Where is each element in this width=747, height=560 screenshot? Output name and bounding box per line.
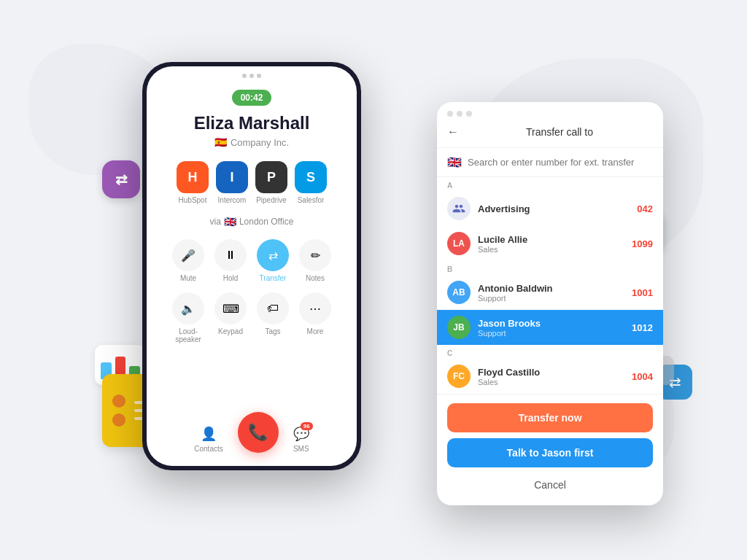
avatar-advertising <box>447 197 471 220</box>
panel-title: Transfer call to <box>466 126 653 138</box>
hangup-button[interactable]: 📞 <box>238 412 279 453</box>
sms-action[interactable]: 💬 96 SMS <box>293 426 309 453</box>
office-flag: 🇬🇧 <box>224 216 236 228</box>
app-hubspot[interactable]: H HubSpot <box>177 161 209 204</box>
bottom-actions-bar: 👤 Contacts 📞 💬 96 SMS <box>160 412 344 453</box>
keypad-label: Keypad <box>218 327 243 335</box>
loudspeaker-button[interactable]: 🔈 Loud-speaker <box>172 292 204 343</box>
contact-list: A Advertising 042 LA Lucile Allie Sales … <box>437 177 663 394</box>
avatar-antonio: AB <box>447 281 471 304</box>
panel-window-controls <box>437 102 663 121</box>
section-label-a: A <box>437 177 663 191</box>
floyd-ext: 1004 <box>632 371 653 382</box>
hold-button[interactable]: ⏸ Hold <box>214 239 247 282</box>
caller-company: 🇪🇸 Company Inc. <box>214 136 289 148</box>
salesforce-label: Salesfor <box>298 196 325 204</box>
keypad-icon: ⌨ <box>214 292 247 324</box>
talk-jason-first-button[interactable]: Talk to Jason first <box>447 438 653 467</box>
sms-icon: 💬 96 <box>293 426 309 442</box>
hold-label: Hold <box>223 274 239 282</box>
hangup-icon: 📞 <box>248 423 268 442</box>
mute-icon: 🎤 <box>172 239 204 271</box>
pipedrive-icon: P <box>255 161 287 193</box>
hubspot-icon: H <box>177 161 209 193</box>
cancel-button[interactable]: Cancel <box>447 473 653 497</box>
hold-icon: ⏸ <box>214 239 247 271</box>
intercom-label: Intercom <box>218 196 247 204</box>
phone-notch <box>242 74 261 78</box>
antonio-info: Antonio Baldwin Support <box>478 283 624 303</box>
contact-row-floyd[interactable]: FC Floyd Castillo Sales 1004 <box>437 359 663 394</box>
phone-content: 00:42 Eliza Marshall 🇪🇸 Company Inc. H H… <box>147 66 357 466</box>
more-icon: ⋯ <box>299 292 331 324</box>
antonio-sub: Support <box>478 294 624 303</box>
call-controls-row-1: 🎤 Mute ⏸ Hold ⇄ Transfer ✏ Notes <box>160 239 344 282</box>
transfer-icon: ⇄ <box>257 239 289 271</box>
tags-icon: 🏷 <box>257 292 289 324</box>
sms-badge-count: 96 <box>301 422 313 430</box>
transfer-label: Transfer <box>260 274 287 282</box>
office-name: London Office <box>239 217 294 227</box>
advertising-info: Advertising <box>478 203 630 214</box>
search-input[interactable] <box>468 157 653 168</box>
phone-device-left: 00:42 Eliza Marshall 🇪🇸 Company Inc. H H… <box>142 62 361 470</box>
transfer-call-panel: ← Transfer call to 🇬🇧 A Advertising 042 … <box>437 102 663 505</box>
antonio-name: Antonio Baldwin <box>478 283 624 294</box>
company-name: Company Inc. <box>231 137 289 148</box>
jason-sub: Support <box>478 329 624 338</box>
lucile-ext: 1099 <box>632 238 653 249</box>
via-label: via <box>210 217 221 227</box>
floyd-sub: Sales <box>478 378 624 386</box>
panel-dot-1 <box>447 111 453 117</box>
app-pipedrive[interactable]: P Pipedrive <box>255 161 287 204</box>
caller-name: Eliza Marshall <box>194 113 310 133</box>
mute-label: Mute <box>180 274 196 282</box>
contact-row-lucile[interactable]: LA Lucile Allie Sales 1099 <box>437 226 663 261</box>
contact-row-advertising[interactable]: Advertising 042 <box>437 191 663 226</box>
section-label-c: C <box>437 345 663 359</box>
contact-row-jason[interactable]: JB Jason Brooks Support 1012 <box>437 310 663 345</box>
back-button[interactable]: ← <box>447 125 459 139</box>
panel-header: ← Transfer call to <box>437 121 663 148</box>
lucile-info: Lucile Allie Sales <box>478 234 624 254</box>
notes-button[interactable]: ✏ Notes <box>299 239 331 282</box>
transfer-float-icon: ⇄ <box>102 160 140 198</box>
section-label-b: B <box>437 261 663 275</box>
more-label: More <box>307 327 324 335</box>
yellow-dot-2 <box>112 413 125 427</box>
jason-info: Jason Brooks Support <box>478 318 624 338</box>
transfer-button[interactable]: ⇄ Transfer <box>257 239 289 282</box>
avatar-jason: JB <box>447 316 471 339</box>
company-flag: 🇪🇸 <box>214 136 227 148</box>
salesforce-icon: S <box>295 161 327 193</box>
contact-row-antonio[interactable]: AB Antonio Baldwin Support 1001 <box>437 275 663 310</box>
contacts-label: Contacts <box>194 445 222 453</box>
loudspeaker-label: Loud-speaker <box>175 327 201 343</box>
notes-label: Notes <box>306 274 325 282</box>
floyd-info: Floyd Castillo Sales <box>478 367 624 386</box>
sms-label: SMS <box>293 445 309 453</box>
advertising-ext: 042 <box>637 203 653 214</box>
mute-button[interactable]: 🎤 Mute <box>172 239 204 282</box>
keypad-button[interactable]: ⌨ Keypad <box>214 292 247 343</box>
panel-dot-2 <box>457 111 462 117</box>
search-area: 🇬🇧 <box>437 148 663 177</box>
yellow-dots <box>112 394 125 427</box>
contacts-action[interactable]: 👤 Contacts <box>194 426 222 453</box>
lucile-sub: Sales <box>478 245 624 254</box>
more-button[interactable]: ⋯ More <box>299 292 331 343</box>
loudspeaker-icon: 🔈 <box>172 292 204 324</box>
transfer-now-button[interactable]: Transfer now <box>447 403 653 432</box>
antonio-ext: 1001 <box>632 287 653 298</box>
call-controls-row-2: 🔈 Loud-speaker ⌨ Keypad 🏷 Tags ⋯ More <box>160 292 344 343</box>
app-salesforce[interactable]: S Salesfor <box>295 161 327 204</box>
hubspot-label: HubSpot <box>179 196 207 204</box>
intercom-icon: I <box>216 161 248 193</box>
contacts-icon: 👤 <box>201 426 217 442</box>
yellow-dot-1 <box>112 394 125 408</box>
app-intercom[interactable]: I Intercom <box>216 161 248 204</box>
app-integrations-row: H HubSpot I Intercom P Pipedrive S Sales… <box>160 161 344 204</box>
tags-button[interactable]: 🏷 Tags <box>257 292 289 343</box>
call-timer: 00:42 <box>232 90 272 106</box>
notch-dot-1 <box>242 74 247 78</box>
